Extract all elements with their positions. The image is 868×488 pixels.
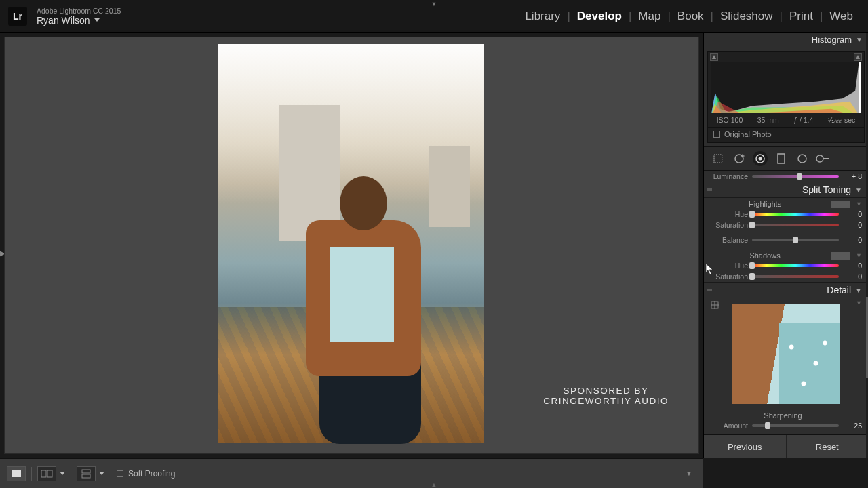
right-panel: Histogram ▼ ISO 100 35 mm [703, 33, 868, 458]
filmstrip-expander[interactable]: ▲ [431, 481, 437, 488]
shadows-color-swatch[interactable] [831, 252, 850, 260]
chevron-down-icon: ▼ [856, 36, 863, 43]
nav-web[interactable]: Web [823, 9, 860, 23]
nav-map[interactable]: Map [631, 9, 667, 23]
detail-header[interactable]: Detail ▼ [704, 282, 868, 298]
chevron-down-icon: ▼ [855, 186, 862, 194]
reset-button[interactable]: Reset [786, 435, 869, 458]
luminance-slider[interactable]: Luminance + 8 [704, 171, 868, 182]
redeye-tool[interactable] [753, 151, 768, 166]
detail-preview[interactable] [732, 304, 840, 404]
graduated-filter-tool[interactable] [774, 151, 789, 166]
svg-point-7 [798, 155, 806, 163]
toolbar-options-icon[interactable]: ▼ [686, 470, 696, 477]
nav-book[interactable]: Book [671, 9, 711, 23]
histogram-iso: ISO 100 [717, 116, 743, 124]
panel-toggle-icon[interactable] [707, 289, 712, 291]
svg-rect-1 [714, 155, 722, 163]
top-panel-expander[interactable]: ▼ [431, 0, 437, 7]
highlights-saturation-slider[interactable]: Saturation 0 [704, 220, 868, 230]
nav-print[interactable]: Print [783, 9, 820, 23]
split-toning-header[interactable]: Split Toning ▼ [704, 182, 868, 198]
soft-proofing-checkbox[interactable] [117, 470, 123, 477]
spot-removal-tool[interactable] [732, 151, 747, 166]
shadow-clipping-toggle[interactable] [710, 53, 718, 61]
chevron-down-icon [94, 18, 100, 22]
chevron-down-icon[interactable]: ▼ [856, 300, 862, 306]
nav-slideshow[interactable]: Slideshow [713, 9, 780, 23]
highlights-hue-slider[interactable]: Hue 0 [704, 209, 868, 220]
before-after-lr-button[interactable] [37, 466, 56, 481]
chevron-down-icon[interactable] [60, 472, 65, 475]
previous-button[interactable]: Previous [704, 435, 786, 458]
svg-rect-14 [41, 470, 46, 477]
svg-rect-0 [859, 62, 861, 113]
identity-plate[interactable]: Ryan Wilson [37, 15, 121, 26]
svg-rect-13 [12, 470, 21, 477]
original-photo-label: Original Photo [724, 130, 772, 138]
watermark-overlay: SPONSORED BY CRINGEWORTHY AUDIO [543, 382, 669, 406]
histogram-panel: ISO 100 35 mm ƒ / 1.4 ¹⁄₁₆₀₀ sec Origina… [707, 51, 865, 143]
svg-point-2 [735, 155, 743, 163]
chevron-down-icon[interactable]: ▼ [856, 201, 862, 207]
nav-library[interactable]: Library [518, 9, 567, 23]
histogram-header[interactable]: Histogram ▼ [704, 33, 868, 47]
user-name: Ryan Wilson [37, 15, 90, 26]
photo-preview [218, 44, 484, 443]
balance-slider[interactable]: Balance 0 [704, 235, 868, 245]
cursor-icon [706, 264, 714, 274]
svg-rect-15 [47, 470, 52, 477]
soft-proofing-label: Soft Proofing [128, 469, 175, 479]
highlight-clipping-toggle[interactable] [854, 53, 862, 61]
chevron-down-icon[interactable]: ▼ [856, 252, 862, 259]
svg-rect-6 [778, 154, 785, 163]
module-nav: Library| Develop| Map| Book| Slideshow| … [518, 9, 860, 23]
highlights-color-swatch[interactable] [831, 201, 850, 208]
histogram-aperture: ƒ / 1.4 [793, 116, 813, 124]
detail-target-icon[interactable] [711, 300, 719, 308]
sharpening-label: Sharpening [704, 411, 862, 420]
shadows-hue-slider[interactable]: Hue 0 [704, 260, 868, 271]
svg-point-5 [759, 157, 762, 161]
app-logo: Lr [8, 7, 27, 26]
shadows-label: Shadows [704, 251, 826, 260]
svg-point-8 [816, 155, 823, 162]
toolbar-footer: Soft Proofing ▼ [0, 458, 703, 488]
chevron-down-icon[interactable] [99, 472, 104, 475]
svg-rect-16 [82, 470, 90, 473]
original-photo-checkbox[interactable] [713, 131, 720, 138]
nav-develop[interactable]: Develop [570, 9, 629, 23]
panel-toggle-icon[interactable] [707, 188, 712, 191]
histogram-focal: 35 mm [757, 116, 779, 124]
sharpening-amount-slider[interactable]: Amount 25 [704, 420, 868, 430]
chevron-down-icon: ▼ [855, 287, 862, 294]
histogram-graph[interactable] [711, 62, 861, 113]
before-after-tb-button[interactable] [77, 466, 96, 481]
histogram-title: Histogram [812, 35, 852, 45]
develop-toolstrip [704, 146, 868, 171]
histogram-shutter: ¹⁄₁₆₀₀ sec [828, 116, 856, 124]
crop-tool[interactable] [711, 151, 726, 166]
adjustment-brush-tool[interactable] [816, 151, 831, 166]
radial-filter-tool[interactable] [795, 151, 810, 166]
shadows-saturation-slider[interactable]: Saturation 0 [704, 271, 868, 282]
app-title: Adobe Lightroom CC 2015 [37, 7, 121, 15]
highlights-label: Highlights [704, 200, 826, 208]
svg-rect-17 [82, 474, 90, 478]
loupe-view-button[interactable] [7, 466, 26, 481]
loupe-view[interactable]: SPONSORED BY CRINGEWORTHY AUDIO [4, 37, 699, 454]
